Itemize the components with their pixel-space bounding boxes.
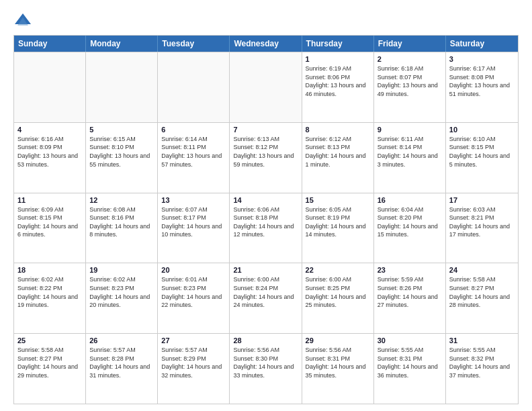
logo: [13, 11, 35, 30]
calendar-row-1: 1Sunrise: 6:19 AMSunset: 8:06 PMDaylight…: [14, 52, 518, 122]
header-day-saturday: Saturday: [446, 36, 518, 52]
header-day-sunday: Sunday: [14, 36, 86, 52]
day-number: 10: [449, 126, 515, 134]
header-day-monday: Monday: [86, 36, 158, 52]
cell-info: Sunrise: 6:02 AMSunset: 8:22 PMDaylight:…: [17, 275, 82, 309]
calendar-cell: 23Sunrise: 5:59 AMSunset: 8:26 PMDayligh…: [374, 263, 446, 333]
day-number: 23: [378, 266, 442, 274]
cell-info: Sunrise: 6:18 AMSunset: 8:07 PMDaylight:…: [378, 64, 442, 98]
day-number: 30: [378, 336, 442, 345]
cell-info: Sunrise: 6:00 AMSunset: 8:25 PMDaylight:…: [306, 275, 370, 309]
calendar-cell: 6Sunrise: 6:14 AMSunset: 8:11 PMDaylight…: [158, 123, 230, 193]
header-day-tuesday: Tuesday: [158, 36, 230, 52]
cell-info: Sunrise: 6:03 AMSunset: 8:21 PMDaylight:…: [449, 205, 515, 239]
page: SundayMondayTuesdayWednesdayThursdayFrid…: [0, 0, 532, 411]
day-number: 4: [17, 126, 82, 134]
day-number: 19: [89, 266, 154, 274]
calendar-cell: 8Sunrise: 6:12 AMSunset: 8:13 PMDaylight…: [302, 123, 374, 193]
calendar-cell: 15Sunrise: 6:05 AMSunset: 8:19 PMDayligh…: [302, 193, 374, 263]
calendar-cell: [86, 52, 158, 122]
day-number: 16: [378, 196, 442, 204]
calendar-cell: 27Sunrise: 5:57 AMSunset: 8:29 PMDayligh…: [158, 334, 230, 404]
calendar-cell: 24Sunrise: 5:58 AMSunset: 8:27 PMDayligh…: [446, 263, 518, 333]
day-number: 17: [449, 196, 515, 204]
calendar-cell: 2Sunrise: 6:18 AMSunset: 8:07 PMDaylight…: [374, 52, 446, 122]
calendar-cell: 1Sunrise: 6:19 AMSunset: 8:06 PMDaylight…: [302, 52, 374, 122]
day-number: 29: [306, 336, 370, 345]
day-number: 18: [17, 266, 82, 274]
cell-info: Sunrise: 6:02 AMSunset: 8:23 PMDaylight:…: [89, 275, 154, 309]
cell-info: Sunrise: 5:56 AMSunset: 8:30 PMDaylight:…: [233, 346, 298, 379]
calendar-row-2: 4Sunrise: 6:16 AMSunset: 8:09 PMDaylight…: [14, 122, 518, 193]
calendar-cell: 29Sunrise: 5:56 AMSunset: 8:31 PMDayligh…: [302, 334, 374, 404]
calendar-cell: 25Sunrise: 5:58 AMSunset: 8:27 PMDayligh…: [14, 334, 86, 404]
day-number: 20: [161, 266, 226, 274]
cell-info: Sunrise: 5:56 AMSunset: 8:31 PMDaylight:…: [306, 346, 370, 379]
cell-info: Sunrise: 5:59 AMSunset: 8:26 PMDaylight:…: [378, 275, 442, 309]
calendar-cell: 13Sunrise: 6:07 AMSunset: 8:17 PMDayligh…: [158, 193, 230, 263]
calendar-cell: 26Sunrise: 5:57 AMSunset: 8:28 PMDayligh…: [86, 334, 158, 404]
calendar-cell: 30Sunrise: 5:55 AMSunset: 8:31 PMDayligh…: [374, 334, 446, 404]
calendar-cell: 20Sunrise: 6:01 AMSunset: 8:23 PMDayligh…: [158, 263, 230, 333]
cell-info: Sunrise: 5:57 AMSunset: 8:29 PMDaylight:…: [161, 346, 226, 379]
header-day-thursday: Thursday: [302, 36, 374, 52]
day-number: 15: [306, 196, 370, 204]
header-day-friday: Friday: [374, 36, 446, 52]
calendar-cell: [230, 52, 302, 122]
cell-info: Sunrise: 6:01 AMSunset: 8:23 PMDaylight:…: [161, 275, 226, 309]
calendar-cell: 17Sunrise: 6:03 AMSunset: 8:21 PMDayligh…: [446, 193, 518, 263]
calendar-cell: [158, 52, 230, 122]
cell-info: Sunrise: 6:05 AMSunset: 8:19 PMDaylight:…: [306, 205, 370, 239]
cell-info: Sunrise: 6:09 AMSunset: 8:15 PMDaylight:…: [17, 205, 82, 239]
day-number: 5: [89, 126, 154, 134]
cell-info: Sunrise: 6:10 AMSunset: 8:15 PMDaylight:…: [449, 135, 515, 169]
header: [13, 11, 519, 30]
cell-info: Sunrise: 6:06 AMSunset: 8:18 PMDaylight:…: [233, 205, 298, 239]
cell-info: Sunrise: 6:11 AMSunset: 8:14 PMDaylight:…: [378, 135, 442, 169]
calendar-row-3: 11Sunrise: 6:09 AMSunset: 8:15 PMDayligh…: [14, 193, 518, 263]
calendar-cell: 10Sunrise: 6:10 AMSunset: 8:15 PMDayligh…: [446, 123, 518, 193]
day-number: 21: [233, 266, 298, 274]
cell-info: Sunrise: 6:14 AMSunset: 8:11 PMDaylight:…: [161, 135, 226, 169]
day-number: 31: [449, 336, 515, 345]
cell-info: Sunrise: 5:55 AMSunset: 8:32 PMDaylight:…: [449, 346, 515, 379]
cell-info: Sunrise: 6:15 AMSunset: 8:10 PMDaylight:…: [89, 135, 154, 169]
cell-info: Sunrise: 5:55 AMSunset: 8:31 PMDaylight:…: [378, 346, 442, 379]
day-number: 26: [89, 336, 154, 345]
calendar: SundayMondayTuesdayWednesdayThursdayFrid…: [13, 35, 519, 404]
cell-info: Sunrise: 6:19 AMSunset: 8:06 PMDaylight:…: [306, 64, 370, 98]
cell-info: Sunrise: 6:17 AMSunset: 8:08 PMDaylight:…: [449, 64, 515, 98]
calendar-cell: 12Sunrise: 6:08 AMSunset: 8:16 PMDayligh…: [86, 193, 158, 263]
calendar-cell: [14, 52, 86, 122]
day-number: 7: [233, 126, 298, 134]
day-number: 25: [17, 336, 82, 345]
calendar-cell: 7Sunrise: 6:13 AMSunset: 8:12 PMDaylight…: [230, 123, 302, 193]
cell-info: Sunrise: 6:00 AMSunset: 8:24 PMDaylight:…: [233, 275, 298, 309]
calendar-body: 1Sunrise: 6:19 AMSunset: 8:06 PMDaylight…: [14, 52, 518, 404]
cell-info: Sunrise: 6:08 AMSunset: 8:16 PMDaylight:…: [89, 205, 154, 239]
cell-info: Sunrise: 6:04 AMSunset: 8:20 PMDaylight:…: [378, 205, 442, 239]
calendar-header: SundayMondayTuesdayWednesdayThursdayFrid…: [14, 36, 518, 52]
calendar-cell: 18Sunrise: 6:02 AMSunset: 8:22 PMDayligh…: [14, 263, 86, 333]
day-number: 13: [161, 196, 226, 204]
header-day-wednesday: Wednesday: [230, 36, 302, 52]
cell-info: Sunrise: 6:16 AMSunset: 8:09 PMDaylight:…: [17, 135, 82, 169]
cell-info: Sunrise: 6:07 AMSunset: 8:17 PMDaylight:…: [161, 205, 226, 239]
calendar-cell: 19Sunrise: 6:02 AMSunset: 8:23 PMDayligh…: [86, 263, 158, 333]
calendar-cell: 5Sunrise: 6:15 AMSunset: 8:10 PMDaylight…: [86, 123, 158, 193]
calendar-cell: 16Sunrise: 6:04 AMSunset: 8:20 PMDayligh…: [374, 193, 446, 263]
cell-info: Sunrise: 5:58 AMSunset: 8:27 PMDaylight:…: [449, 275, 515, 309]
calendar-cell: 3Sunrise: 6:17 AMSunset: 8:08 PMDaylight…: [446, 52, 518, 122]
cell-info: Sunrise: 5:57 AMSunset: 8:28 PMDaylight:…: [89, 346, 154, 379]
day-number: 28: [233, 336, 298, 345]
cell-info: Sunrise: 6:12 AMSunset: 8:13 PMDaylight:…: [306, 135, 370, 169]
calendar-row-4: 18Sunrise: 6:02 AMSunset: 8:22 PMDayligh…: [14, 263, 518, 333]
day-number: 12: [89, 196, 154, 204]
day-number: 11: [17, 196, 82, 204]
day-number: 1: [306, 55, 370, 63]
day-number: 6: [161, 126, 226, 134]
calendar-row-5: 25Sunrise: 5:58 AMSunset: 8:27 PMDayligh…: [14, 333, 518, 404]
calendar-cell: 22Sunrise: 6:00 AMSunset: 8:25 PMDayligh…: [302, 263, 374, 333]
cell-info: Sunrise: 5:58 AMSunset: 8:27 PMDaylight:…: [17, 346, 82, 379]
calendar-cell: 31Sunrise: 5:55 AMSunset: 8:32 PMDayligh…: [446, 334, 518, 404]
